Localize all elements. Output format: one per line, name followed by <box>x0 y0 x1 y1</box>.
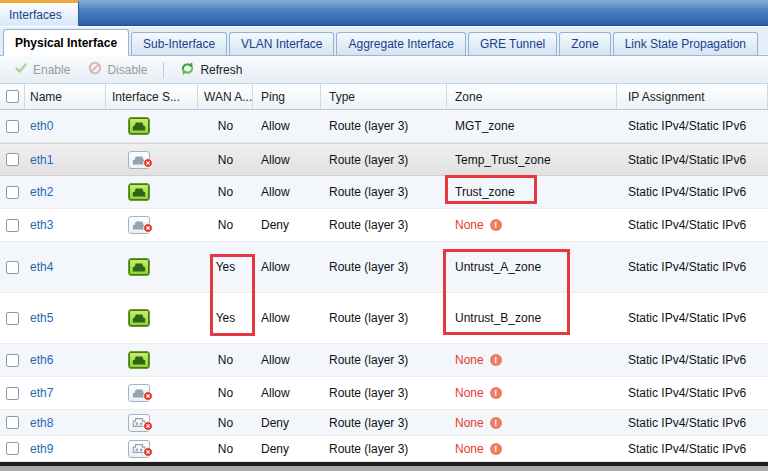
checkbox-cell <box>0 293 25 343</box>
name-cell: eth4 <box>25 242 106 292</box>
interface-name-link[interactable]: eth7 <box>30 386 53 400</box>
checkbox-cell <box>0 144 25 175</box>
disable-button[interactable]: Disable <box>82 58 153 81</box>
row-checkbox[interactable] <box>6 416 19 429</box>
tab-link-state-propagation[interactable]: Link State Propagation <box>613 32 758 55</box>
interface-name-link[interactable]: eth8 <box>30 416 53 430</box>
header-ping[interactable]: Ping <box>253 84 321 109</box>
table-row[interactable]: eth0 No Allow Route (layer 3) MGT_zone S… <box>0 110 768 143</box>
table-row[interactable]: eth6 No Allow Route (layer 3) None! Stat… <box>0 344 768 377</box>
interface-name-link[interactable]: eth2 <box>30 185 53 199</box>
row-checkbox[interactable] <box>6 442 19 455</box>
interface-name-link[interactable]: eth9 <box>30 442 53 456</box>
table-row[interactable]: eth4 Yes Allow Route (layer 3) Untrust_A… <box>0 242 768 293</box>
row-checkbox[interactable] <box>6 312 19 325</box>
port-up-icon <box>128 258 150 276</box>
port-up-icon <box>128 309 150 327</box>
wan-cell: Yes <box>198 293 253 343</box>
zone-cell: None! <box>447 410 617 435</box>
app-window: Interfaces Physical InterfaceSub-Interfa… <box>0 0 768 471</box>
wan-cell: No <box>198 344 253 376</box>
wan-value: No <box>218 353 233 367</box>
row-checkbox[interactable] <box>6 219 19 232</box>
refresh-button[interactable]: Refresh <box>174 58 248 82</box>
warning-icon: ! <box>490 219 502 231</box>
header-interface-status[interactable]: Interface S... <box>106 84 198 109</box>
table-row[interactable]: eth7 No Allow Route (layer 3) None! Stat… <box>0 377 768 410</box>
ip-assignment-cell: Static IPv4/Static IPv6 <box>617 176 768 208</box>
ping-value: Deny <box>261 218 289 232</box>
header-name[interactable]: Name <box>25 84 106 109</box>
warning-icon: ! <box>490 417 502 429</box>
row-checkbox[interactable] <box>6 261 19 274</box>
type-cell: Route (layer 3) <box>321 209 447 241</box>
type-value: Route (layer 3) <box>329 311 408 325</box>
ip-assignment-value: Static IPv4/Static IPv6 <box>628 442 746 456</box>
interface-name-link[interactable]: eth4 <box>30 260 53 274</box>
header-zone[interactable]: Zone <box>447 84 617 109</box>
type-cell: Route (layer 3) <box>321 110 447 142</box>
table-row[interactable]: eth8 No Deny Route (layer 3) None! Stati… <box>0 410 768 436</box>
zone-value: MGT_zone <box>455 119 514 133</box>
ping-cell: Allow <box>253 377 321 409</box>
table-row[interactable]: eth5 Yes Allow Route (layer 3) Untrust_B… <box>0 293 768 344</box>
no-entry-icon <box>88 61 102 78</box>
row-checkbox[interactable] <box>6 153 19 166</box>
ip-assignment-value: Static IPv4/Static IPv6 <box>628 260 746 274</box>
type-cell: Route (layer 3) <box>321 144 447 175</box>
zone-value: Untrust_B_zone <box>455 311 541 325</box>
row-checkbox[interactable] <box>6 354 19 367</box>
interface-name-link[interactable]: eth3 <box>30 218 53 232</box>
zone-value: None <box>455 442 484 456</box>
row-checkbox[interactable] <box>6 387 19 400</box>
ping-cell: Deny <box>253 209 321 241</box>
interface-name-link[interactable]: eth6 <box>30 353 53 367</box>
ping-cell: Allow <box>253 110 321 142</box>
ip-assignment-value: Static IPv4/Static IPv6 <box>628 218 746 232</box>
header-wan-access[interactable]: WAN A... <box>198 84 253 109</box>
select-all-checkbox[interactable] <box>6 90 19 103</box>
row-checkbox[interactable] <box>6 186 19 199</box>
wan-cell: No <box>198 110 253 142</box>
tab-gre-tunnel[interactable]: GRE Tunnel <box>468 32 557 55</box>
ip-assignment-value: Static IPv4/Static IPv6 <box>628 153 746 167</box>
table-row[interactable]: eth3 No Deny Route (layer 3) None! Stati… <box>0 209 768 242</box>
wan-cell: Yes <box>198 242 253 292</box>
header-ip-assignment[interactable]: IP Assignment <box>617 84 768 109</box>
interface-name-link[interactable]: eth1 <box>30 153 53 167</box>
status-cell <box>106 176 198 208</box>
table-row[interactable]: eth2 No Allow Route (layer 3) Trust_zone… <box>0 176 768 209</box>
zone-cell: MGT_zone <box>447 110 617 142</box>
zone-value: Untrust_A_zone <box>455 260 541 274</box>
row-checkbox[interactable] <box>6 120 19 133</box>
status-cell <box>106 110 198 142</box>
tab-sub-interface[interactable]: Sub-Interface <box>131 32 227 55</box>
interface-name-link[interactable]: eth0 <box>30 119 53 133</box>
check-icon <box>14 61 28 78</box>
tab-vlan-interface[interactable]: VLAN Interface <box>229 32 334 55</box>
table-body: eth0 No Allow Route (layer 3) MGT_zone S… <box>0 110 768 462</box>
header-type[interactable]: Type <box>321 84 447 109</box>
table-row[interactable]: eth9 No Deny Route (layer 3) None! Stati… <box>0 436 768 462</box>
tab-interfaces[interactable]: Interfaces <box>0 0 79 26</box>
wan-cell: No <box>198 144 253 175</box>
header-select-all[interactable] <box>0 84 25 109</box>
enable-button[interactable]: Enable <box>8 58 76 81</box>
ping-cell: Allow <box>253 242 321 292</box>
interface-name-link[interactable]: eth5 <box>30 311 53 325</box>
wan-value: No <box>218 119 233 133</box>
checkbox-cell <box>0 242 25 292</box>
ip-assignment-cell: Static IPv4/Static IPv6 <box>617 377 768 409</box>
tab-aggregate-interface[interactable]: Aggregate Interface <box>336 32 465 55</box>
ping-value: Allow <box>261 119 290 133</box>
toolbar: Enable Disable Refresh <box>0 56 768 84</box>
wan-cell: No <box>198 436 253 461</box>
status-cell <box>106 144 198 175</box>
ip-assignment-cell: Static IPv4/Static IPv6 <box>617 293 768 343</box>
checkbox-cell <box>0 344 25 376</box>
tab-physical-interface[interactable]: Physical Interface <box>3 29 129 56</box>
zone-cell: Trust_zone <box>447 176 617 208</box>
ping-value: Allow <box>261 185 290 199</box>
tab-zone[interactable]: Zone <box>559 32 610 55</box>
table-row[interactable]: eth1 No Allow Route (layer 3) Temp_Trust… <box>0 143 768 176</box>
